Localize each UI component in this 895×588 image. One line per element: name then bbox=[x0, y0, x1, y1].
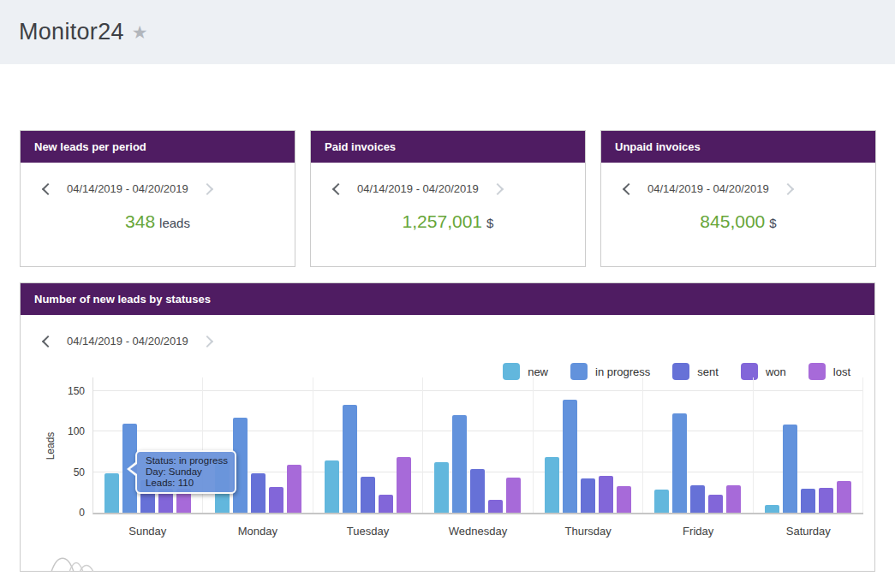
chevron-right-icon bbox=[492, 182, 504, 194]
legend-label: new bbox=[528, 365, 548, 378]
prev-period-button[interactable] bbox=[332, 183, 344, 195]
prev-period-button[interactable] bbox=[623, 183, 635, 195]
bar-group-thursday bbox=[534, 377, 643, 513]
legend-label: won bbox=[766, 365, 786, 378]
star-icon[interactable]: ★ bbox=[132, 22, 148, 43]
chart-tooltip: Status: in progress Day: Sunday Leads: 1… bbox=[135, 450, 236, 494]
clipped-chart-decoration bbox=[50, 557, 115, 572]
next-period-button[interactable] bbox=[782, 183, 794, 195]
bar-new-friday[interactable] bbox=[654, 490, 669, 514]
y-axis-title: Leads bbox=[45, 377, 57, 514]
bar-sent-thursday[interactable] bbox=[581, 478, 595, 513]
date-range-nav: 04/14/2019 - 04/20/2019 bbox=[601, 163, 875, 195]
x-axis-label: Tuesday bbox=[313, 525, 423, 538]
metric-line: 845,000$ bbox=[601, 211, 875, 232]
bar-won-saturday[interactable] bbox=[819, 488, 833, 513]
bar-lost-tuesday[interactable] bbox=[397, 457, 411, 513]
bar-new-saturday[interactable] bbox=[765, 505, 779, 514]
prev-period-button[interactable] bbox=[42, 183, 54, 195]
bar-lost-wednesday[interactable] bbox=[506, 478, 521, 513]
chevron-left-icon bbox=[623, 182, 635, 194]
next-period-button[interactable] bbox=[492, 183, 504, 195]
legend-label: sent bbox=[697, 365, 719, 378]
y-tick-label: 150 bbox=[54, 385, 85, 397]
bar-sent-tuesday[interactable] bbox=[361, 477, 375, 513]
card-paid-invoices: Paid invoices 04/14/2019 - 04/20/2019 1,… bbox=[310, 130, 586, 267]
bar-in-progress-thursday[interactable] bbox=[563, 400, 577, 513]
tooltip-day: Day: Sunday bbox=[146, 466, 230, 478]
bar-sent-friday[interactable] bbox=[690, 485, 705, 513]
x-axis-label: Thursday bbox=[533, 525, 643, 538]
date-range-nav: 04/14/2019 - 04/20/2019 bbox=[21, 315, 874, 347]
metric-value: 845,000 bbox=[700, 211, 765, 231]
bar-in-progress-tuesday[interactable] bbox=[343, 405, 357, 513]
bar-won-tuesday[interactable] bbox=[379, 495, 393, 513]
date-range-nav: 04/14/2019 - 04/20/2019 bbox=[311, 163, 585, 195]
bar-won-friday[interactable] bbox=[708, 495, 723, 513]
metric-unit: $ bbox=[486, 216, 493, 230]
next-period-button[interactable] bbox=[201, 183, 213, 195]
bar-won-wednesday[interactable] bbox=[488, 500, 503, 513]
x-axis-label: Wednesday bbox=[423, 525, 534, 538]
legend-label: in progress bbox=[595, 365, 650, 378]
bar-won-thursday[interactable] bbox=[599, 476, 613, 513]
bar-new-sunday[interactable] bbox=[104, 473, 119, 513]
card-unpaid-invoices: Unpaid invoices 04/14/2019 - 04/20/2019 … bbox=[600, 130, 876, 267]
legend-label: lost bbox=[833, 365, 850, 378]
leads-by-status-card: Number of new leads by statuses 04/14/20… bbox=[20, 282, 875, 572]
chevron-right-icon bbox=[201, 182, 213, 194]
bar-lost-thursday[interactable] bbox=[617, 486, 631, 513]
date-range-label: 04/14/2019 - 04/20/2019 bbox=[647, 182, 769, 195]
bar-chart-plot: Leads 050100150 SundayMondayTuesdayWedne… bbox=[92, 377, 863, 514]
bar-new-wednesday[interactable] bbox=[434, 462, 449, 513]
bar-group-tuesday bbox=[313, 377, 423, 513]
metric-value: 1,257,001 bbox=[403, 211, 482, 231]
card-title: New leads per period bbox=[21, 131, 295, 163]
x-axis-label: Friday bbox=[643, 525, 754, 538]
date-range-nav: 04/14/2019 - 04/20/2019 bbox=[21, 163, 295, 195]
date-range-label: 04/14/2019 - 04/20/2019 bbox=[357, 182, 479, 195]
bar-sent-monday[interactable] bbox=[251, 473, 266, 513]
bar-group-saturday bbox=[754, 377, 863, 513]
date-range-label: 04/14/2019 - 04/20/2019 bbox=[67, 182, 188, 195]
x-axis-labels: SundayMondayTuesdayWednesdayThursdayFrid… bbox=[92, 514, 863, 538]
tooltip-leads: Leads: 110 bbox=[146, 478, 230, 489]
y-tick-label: 100 bbox=[54, 425, 85, 437]
bar-in-progress-saturday[interactable] bbox=[783, 425, 797, 513]
bar-lost-saturday[interactable] bbox=[837, 481, 851, 513]
x-axis-label: Saturday bbox=[753, 525, 863, 538]
bar-in-progress-wednesday[interactable] bbox=[452, 415, 467, 514]
metric-line: 1,257,001$ bbox=[311, 211, 585, 232]
bar-lost-friday[interactable] bbox=[726, 485, 741, 513]
bar-in-progress-friday[interactable] bbox=[672, 413, 687, 513]
card-title: Unpaid invoices bbox=[601, 131, 875, 163]
bar-sent-saturday[interactable] bbox=[801, 489, 815, 513]
x-axis-label: Monday bbox=[203, 525, 313, 538]
bar-lost-monday[interactable] bbox=[287, 465, 301, 513]
metric-unit: $ bbox=[769, 216, 776, 230]
bar-new-tuesday[interactable] bbox=[325, 460, 339, 513]
plot-area: 050100150 bbox=[92, 377, 863, 514]
summary-cards-row: New leads per period 04/14/2019 - 04/20/… bbox=[20, 130, 876, 267]
date-range-label: 04/14/2019 - 04/20/2019 bbox=[67, 335, 188, 347]
bar-won-monday[interactable] bbox=[269, 487, 283, 513]
bar-new-thursday[interactable] bbox=[545, 457, 559, 513]
bar-group-friday bbox=[643, 377, 753, 513]
bar-group-wednesday bbox=[423, 377, 533, 513]
y-tick-label: 0 bbox=[54, 507, 85, 519]
card-title: Paid invoices bbox=[311, 131, 585, 163]
metric-unit: leads bbox=[159, 216, 190, 230]
chevron-left-icon bbox=[42, 335, 54, 347]
chart-card-title: Number of new leads by statuses bbox=[21, 283, 874, 315]
tooltip-status: Status: in progress bbox=[146, 455, 230, 466]
app-title: Monitor24 bbox=[19, 19, 124, 45]
card-new-leads: New leads per period 04/14/2019 - 04/20/… bbox=[20, 130, 295, 267]
metric-line: 348leads bbox=[21, 211, 295, 232]
next-period-button[interactable] bbox=[201, 336, 213, 347]
metric-value: 348 bbox=[125, 211, 155, 231]
chevron-right-icon bbox=[201, 335, 213, 347]
chevron-left-icon bbox=[42, 182, 54, 194]
bar-sent-wednesday[interactable] bbox=[470, 469, 485, 513]
prev-period-button[interactable] bbox=[42, 336, 54, 347]
chevron-left-icon bbox=[332, 182, 344, 194]
